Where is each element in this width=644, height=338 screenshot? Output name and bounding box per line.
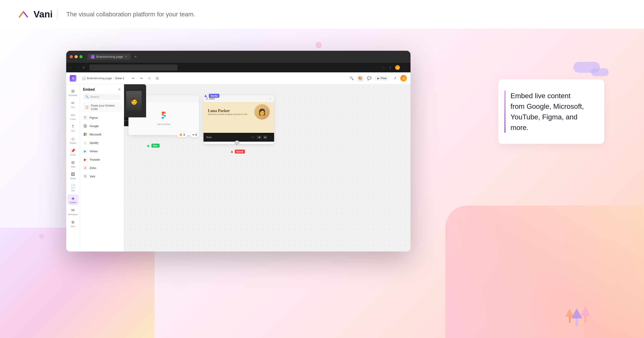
browser-tab[interactable]: Brainstorming page ✕: [88, 54, 131, 60]
comment-button[interactable]: 💬: [366, 75, 372, 82]
embed-item-vani[interactable]: V Vani: [80, 172, 124, 180]
play-icon: ▶: [378, 77, 380, 80]
minimize-dot[interactable]: [74, 55, 78, 58]
embed-search-box[interactable]: 🔍 Search: [83, 94, 121, 100]
profile-avatar[interactable]: U: [395, 65, 400, 70]
zoho-card-body: 👩 Luna Parker Illustrative portraits bri…: [204, 102, 274, 133]
luna-subtitle: Illustrative portraits bringing characte…: [208, 113, 248, 116]
sidebar-item-sticky[interactable]: 📌 Sticky: [68, 146, 78, 158]
sidebar-item-pen[interactable]: ✏ Pen: [68, 99, 78, 110]
paste-icon: 📋: [85, 105, 89, 110]
luna-text: Luna Parker Illustrative portraits bring…: [208, 108, 248, 116]
media-label: Media: [70, 178, 76, 180]
reaction-fire: 🔥 3: [177, 132, 187, 137]
close-dot[interactable]: [70, 55, 73, 58]
frame-label: Frame: [70, 118, 76, 120]
feature-text: Embed live content from Google, Microsof…: [510, 90, 592, 133]
toolbar-right: 🔍 🎨 💬 ▶ Flow ↗ U: [348, 75, 407, 82]
embed-close-button[interactable]: ✕: [118, 87, 121, 92]
embed-item-vimeo[interactable]: ▶ Vimeo: [80, 147, 124, 155]
spotify-label: Spotify: [90, 141, 98, 144]
vani-app-logo[interactable]: V: [70, 75, 76, 82]
table-icon: ⊞: [71, 160, 74, 165]
star-icon[interactable]: ☆: [382, 66, 385, 70]
embed-panel-title: Embed: [83, 88, 95, 92]
sidebar-item-media[interactable]: 🖼 Media: [68, 170, 78, 181]
zoho-label: Zoho: [90, 166, 96, 170]
zoho-panel-icon: Z: [83, 166, 88, 170]
new-tab-icon[interactable]: +: [134, 54, 137, 59]
share-toolbar-button[interactable]: ↗: [392, 75, 398, 82]
embed-item-figma[interactable]: Figma: [80, 114, 124, 122]
menu-icon[interactable]: ⋮: [404, 66, 407, 70]
sasha-cursor-arrow: ▲: [204, 93, 208, 98]
search-toolbar-button[interactable]: 🔍: [348, 75, 355, 82]
comment-bubble[interactable]: 💬: [234, 140, 240, 146]
canvas-area: ⊞ Templates ✏ Pen ▭ Frame T Text ◇ Shape…: [66, 84, 410, 252]
share-icon[interactable]: ⇪: [389, 66, 392, 70]
sidebar-item-shapes[interactable]: ◇ Shapes: [68, 134, 78, 146]
redo-button[interactable]: ↪: [138, 75, 144, 82]
flow-button[interactable]: ▶ Flow: [375, 76, 389, 81]
workspace-icon: ✉: [71, 208, 74, 213]
zoho-prev-btn[interactable]: ◀: [257, 136, 261, 139]
zone-name: Zone 1: [115, 76, 124, 80]
svg-rect-9: [569, 316, 570, 323]
canvas-content: Embed ✕ 🔍 Search 📋 Paste your Embed Code…: [80, 84, 410, 252]
embed-paste-item[interactable]: 📋 Paste your Embed Code ›: [82, 102, 122, 112]
sidebar-item-bots[interactable]: ⊕ Bots: [68, 218, 78, 229]
embed-item-spotify[interactable]: ♪ Spotify: [80, 138, 124, 147]
ben-cursor: ▲ Ben: [146, 143, 160, 148]
user-avatar[interactable]: U: [400, 75, 407, 82]
feature-line2: from Google, Microsoft,: [510, 102, 584, 110]
slide-counter: 1/11: [251, 136, 255, 138]
ben-cursor-name: Ben: [152, 144, 160, 148]
microsoft-label: Microsoft: [90, 133, 101, 136]
embed-item-youtube[interactable]: ▶ Youtube: [80, 155, 124, 164]
text-icon: T: [72, 124, 74, 129]
tab-close-icon[interactable]: ✕: [125, 55, 127, 58]
vani-label: Vani: [90, 175, 95, 178]
media-icon: 🖼: [71, 172, 75, 177]
embed-item-microsoft[interactable]: Microsoft: [80, 130, 124, 138]
address-input[interactable]: [90, 64, 178, 70]
style-button[interactable]: 🎨: [357, 75, 364, 82]
embed-item-zoho[interactable]: Z Zoho: [80, 164, 124, 172]
sidebar-item-embed[interactable]: ◈ Embed: [68, 194, 78, 205]
luna-name: Luna Parker: [208, 108, 248, 113]
undo-button[interactable]: ↩: [130, 75, 136, 82]
embed-search-icon: 🔍: [85, 95, 89, 98]
fullscreen-icon[interactable]: ⛶: [269, 136, 272, 138]
sidebar-item-templates[interactable]: ⊞ Templates: [68, 87, 78, 98]
feature-line3: YouTube, Figma, and more.: [510, 113, 578, 132]
feature-line1: Embed live content: [510, 92, 570, 100]
sidebar-item-frame[interactable]: ▭ Frame: [68, 111, 78, 122]
zoho-expand-icon[interactable]: ⤢: [269, 97, 272, 100]
fire-emoji: 🔥: [179, 133, 182, 136]
svg-rect-0: [84, 133, 85, 134]
svg-marker-8: [580, 306, 590, 316]
toolbar-sep-1: [79, 76, 79, 81]
back-button[interactable]: ←: [70, 66, 73, 70]
refresh-button[interactable]: ↺: [82, 66, 85, 70]
zoho-card-footer: Show 1/11 ◀ ▶ ⛶: [204, 133, 274, 142]
vimeo-icon: ▶: [83, 149, 88, 153]
bots-icon: ⊕: [71, 220, 74, 224]
deco-circle-1: [316, 42, 322, 48]
embed-item-google[interactable]: Google: [80, 122, 124, 130]
video-person: 🧑: [126, 91, 142, 111]
sidebar-item-file[interactable]: 📄 File: [68, 182, 78, 193]
youtube-label: Youtube: [90, 158, 100, 161]
prev-icon: ◀: [258, 136, 260, 138]
maximize-dot[interactable]: [80, 55, 82, 58]
zoho-next-btn[interactable]: ▶: [263, 136, 268, 139]
sidebar-item-text[interactable]: T Text: [68, 123, 78, 134]
sidebar-item-workspace[interactable]: ✉ Workspace: [68, 206, 78, 217]
sidebar-item-table[interactable]: ⊞ Table: [68, 158, 78, 170]
pen-label: Pen: [71, 106, 74, 108]
figma-icon: [83, 116, 88, 120]
delete-button[interactable]: ⊟: [154, 75, 160, 82]
forward-button[interactable]: →: [76, 66, 80, 70]
move-button[interactable]: ⊹: [146, 75, 152, 82]
spotify-icon: ♪: [83, 140, 88, 145]
